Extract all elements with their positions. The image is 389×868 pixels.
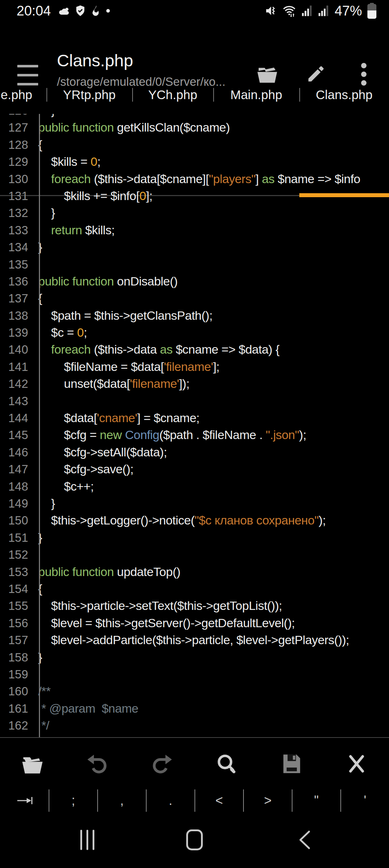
symbol-key-;[interactable]: ; <box>49 789 97 812</box>
save-icon <box>281 753 303 775</box>
code-line: 159 <box>0 666 389 683</box>
line-number: 141 <box>0 358 34 375</box>
line-number: 147 <box>0 461 34 478</box>
symbol-key-,[interactable]: , <box>97 789 146 812</box>
close-icon <box>346 753 367 774</box>
tab-YRtp.php[interactable]: YRtp.php <box>46 83 132 107</box>
close-button[interactable] <box>324 738 389 789</box>
code-line: 135 <box>0 256 389 273</box>
tab-YCh.php[interactable]: YCh.php <box>132 83 213 107</box>
code-text: } <box>34 204 55 221</box>
status-bar: 20:04 <box>0 0 389 22</box>
code-line: 137{ <box>0 290 389 307</box>
code-text: { <box>34 136 42 153</box>
clock: 20:04 <box>17 3 51 19</box>
symbol-key-.[interactable]: . <box>146 789 194 812</box>
code-text: foreach ($this->data as $cname => $data)… <box>34 341 280 358</box>
code-line: 156 $level = $this->getServer()->getDefa… <box>0 615 389 632</box>
signal-bars-icon <box>301 5 313 17</box>
symbol-key-label: " <box>314 793 319 808</box>
line-number: 158 <box>0 649 34 666</box>
symbol-key-tab[interactable] <box>0 789 49 812</box>
line-number: 128 <box>0 136 34 153</box>
undo-icon <box>86 752 109 775</box>
symbol-key-"[interactable]: " <box>292 789 340 812</box>
code-line: 139 $c = 0; <box>0 324 389 341</box>
code-text: foreach ($this->data[$cname]["players"] … <box>34 170 360 187</box>
code-text: public function updateTop() <box>34 563 180 580</box>
code-editor-app: 20:04 <box>0 0 389 868</box>
symbol-key->[interactable]: > <box>243 789 292 812</box>
back-button[interactable] <box>276 812 334 868</box>
line-number: 131 <box>0 187 34 204</box>
pencil-icon <box>304 63 326 85</box>
line-number: 133 <box>0 222 34 239</box>
line-number: 162 <box>0 717 34 734</box>
code-text: $path = $this->getClansPath(); <box>34 307 213 324</box>
code-line: 158} <box>0 649 389 666</box>
line-number: 145 <box>0 426 34 443</box>
tab-label: Main.php <box>231 88 282 102</box>
code-text: } <box>34 239 42 256</box>
line-number: 127 <box>0 119 34 136</box>
code-line: 147 $cfg->save(); <box>0 461 389 478</box>
code-line: 144 $data['cname'] = $cname; <box>0 409 389 426</box>
search-button[interactable] <box>194 738 259 789</box>
tab-Clans.php[interactable]: Clans.php <box>299 83 389 107</box>
code-text: public function onDisable() <box>34 273 178 290</box>
tab-e.php[interactable]: e.php <box>0 83 46 107</box>
code-text: $this->getLogger()->notice("$c кланов со… <box>34 512 326 529</box>
code-line: 162 */ <box>0 717 389 734</box>
code-line: 154{ <box>0 580 389 597</box>
code-text: public function getKillsClan($cname) <box>34 119 230 136</box>
line-number: 151 <box>0 529 34 546</box>
code-line: 145 $cfg = new Config($path . $fileName … <box>0 426 389 443</box>
line-number: 159 <box>0 666 34 683</box>
menu-icon[interactable] <box>17 65 38 85</box>
code-text: } <box>34 495 55 512</box>
redo-button[interactable] <box>130 738 194 789</box>
code-text: unset($data['filename']); <box>34 375 189 392</box>
open-file-tabs: e.phpYRtp.phpYCh.phpMain.phpClans.php <box>0 83 389 107</box>
recents-button[interactable] <box>58 812 116 868</box>
tab-key-icon <box>16 795 33 806</box>
code-line: 126 } <box>0 114 389 119</box>
wifi-icon <box>282 5 296 17</box>
undo-button[interactable] <box>65 738 130 789</box>
symbol-key-label: ' <box>364 793 366 808</box>
code-line: 160/** <box>0 683 389 700</box>
code-text: } <box>34 649 42 666</box>
symbol-key-<[interactable]: < <box>194 789 243 812</box>
code-editor[interactable]: 126 }127public function getKillsClan($cn… <box>0 114 389 737</box>
line-number: 149 <box>0 495 34 512</box>
home-button[interactable] <box>166 812 223 868</box>
code-line: 153public function updateTop() <box>0 563 389 580</box>
code-line: 143 <box>0 393 389 409</box>
line-number: 150 <box>0 512 34 529</box>
tab-Main.php[interactable]: Main.php <box>213 83 299 107</box>
code-line: 129 $kills = 0; <box>0 153 389 170</box>
line-number: 143 <box>0 393 34 409</box>
open-file-button[interactable] <box>0 738 65 789</box>
android-nav-bar <box>0 812 389 868</box>
code-line: 140 foreach ($this->data as $cname => $d… <box>0 341 389 358</box>
notification-dot-icon <box>106 9 110 13</box>
code-line: 141 $fileName = $data['filename']; <box>0 358 389 375</box>
line-number: 146 <box>0 444 34 461</box>
code-line: 155 $this->particle->setText($this->getT… <box>0 597 389 614</box>
code-line: 151} <box>0 529 389 546</box>
line-number: 134 <box>0 239 34 256</box>
folder-open-icon <box>255 63 279 85</box>
search-icon <box>215 752 238 775</box>
code-text: } <box>34 529 42 546</box>
signal-bars-icon <box>318 5 330 17</box>
code-line: 148 $c++; <box>0 478 389 495</box>
tab-label: YCh.php <box>148 88 197 102</box>
save-button[interactable] <box>259 738 324 789</box>
flame-icon <box>90 5 101 17</box>
symbol-key-'[interactable]: ' <box>340 789 389 812</box>
battery-percent: 47% <box>335 3 362 19</box>
code-line: 152 <box>0 546 389 563</box>
code-line: 133 return $kills; <box>0 222 389 239</box>
line-number: 135 <box>0 256 34 273</box>
